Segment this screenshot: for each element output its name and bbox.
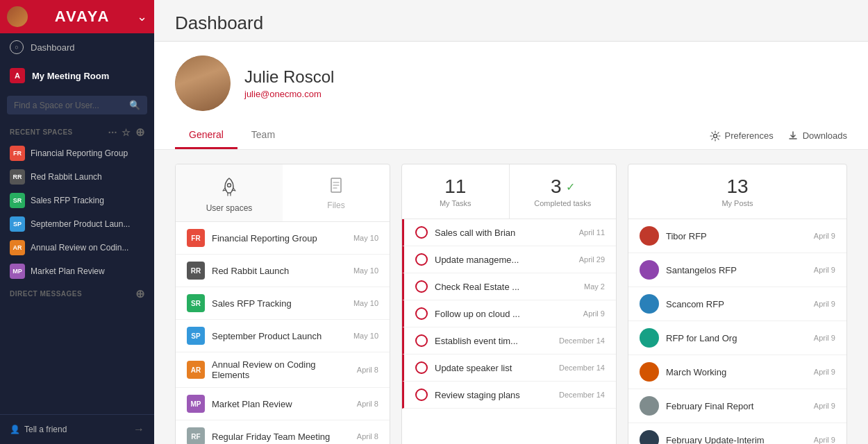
task-name: Sales call with Brian	[435, 228, 572, 238]
space-list-item[interactable]: RR Red Rabbit Launch May 10	[176, 255, 390, 287]
user-icon: 👤	[10, 425, 20, 434]
space-name: Financial Reporting Group	[31, 148, 128, 158]
task-item[interactable]: Update speaker list December 14	[402, 355, 616, 382]
preferences-label: Preferences	[725, 130, 774, 141]
space-list-item[interactable]: SP September Product Launch May 10	[176, 320, 390, 352]
add-icon[interactable]: ⊕	[135, 126, 145, 139]
meeting-room-icon: A	[10, 68, 25, 83]
task-circle	[415, 307, 428, 320]
task-circle	[415, 361, 428, 374]
post-item[interactable]: February Update-Interim April 9	[628, 423, 846, 444]
tab-team[interactable]: Team	[237, 122, 289, 149]
space-avatar: MP	[10, 264, 25, 279]
task-circle	[415, 334, 428, 347]
task-date: May 2	[584, 282, 605, 291]
sidebar-item-dashboard[interactable]: ○ Dashboard	[0, 33, 154, 61]
svg-point-0	[713, 134, 717, 137]
space-list-name: Financial Reporting Group	[212, 233, 347, 244]
space-list-item[interactable]: AR Annual Review on Coding Elements Apri…	[176, 352, 390, 388]
profile-email[interactable]: julie@onecmo.com	[244, 89, 334, 99]
files-tab[interactable]: Files	[283, 164, 390, 221]
avaya-logo: AVAYA	[55, 8, 110, 26]
chevron-down-icon[interactable]: ⌄	[137, 9, 147, 24]
sidebar-space-item[interactable]: RR Red Rabbit Launch	[0, 165, 154, 189]
tasks-completed: 3 ✓	[551, 176, 575, 198]
task-item[interactable]: Sales call with Brian April 11	[402, 219, 616, 246]
posts-panel: 13 My Posts Tibor RFP April 9 Santangelo…	[628, 164, 847, 444]
space-name: Sales RFP Tracking	[31, 196, 104, 205]
gear-icon	[710, 130, 721, 142]
space-list-item[interactable]: RF Regular Friday Team Meeting April 8	[176, 420, 390, 444]
sidebar-item-meeting-room[interactable]: A My Meeting Room	[0, 61, 154, 90]
tasks-panel: 11 My Tasks 3 ✓ Completed tasks Sales ca…	[401, 164, 617, 444]
sidebar-space-item[interactable]: AR Annual Review on Codin...	[0, 236, 154, 259]
space-list-avatar: FR	[187, 229, 205, 247]
task-item[interactable]: Follow up on cloud ... April 9	[402, 300, 616, 327]
space-list-date: April 8	[357, 400, 378, 408]
space-name: Market Plan Review	[31, 266, 105, 276]
sidebar: AVAYA ⌄ ○ Dashboard A My Meeting Room 🔍 …	[0, 0, 154, 444]
search-input[interactable]	[14, 101, 125, 110]
sidebar-space-item[interactable]: MP Market Plan Review	[0, 259, 154, 283]
sidebar-space-item[interactable]: FR Financial Reporting Group	[0, 142, 154, 165]
tasks-completed-label: Completed tasks	[534, 199, 591, 207]
more-icon[interactable]: ···	[108, 127, 117, 138]
space-list-date: April 8	[357, 366, 378, 374]
dm-add-icon[interactable]: ⊕	[135, 287, 145, 300]
downloads-button[interactable]: Downloads	[787, 130, 847, 142]
post-item[interactable]: RFP for Land Org April 9	[628, 321, 846, 355]
task-item[interactable]: Establish event tim... December 14	[402, 327, 616, 355]
space-list-item[interactable]: FR Financial Reporting Group May 10	[176, 222, 390, 255]
spaces-list: FR Financial Reporting Group May 10 RR R…	[176, 222, 390, 444]
tell-friend-label: Tell a friend	[24, 425, 67, 434]
sidebar-space-item[interactable]: SP September Product Laun...	[0, 212, 154, 236]
task-date: April 29	[579, 255, 605, 264]
post-avatar	[640, 328, 659, 348]
post-avatar	[640, 362, 659, 382]
task-date: December 14	[559, 336, 605, 345]
post-item[interactable]: February Final Report April 9	[628, 389, 846, 423]
task-name: Review staging plans	[435, 390, 552, 400]
task-circle	[415, 226, 428, 239]
download-icon	[787, 130, 799, 142]
space-list-avatar: AR	[187, 361, 205, 379]
tell-friend-button[interactable]: 👤 Tell a friend	[10, 425, 67, 434]
sidebar-footer: 👤 Tell a friend →	[0, 414, 154, 444]
space-list-date: May 10	[353, 234, 378, 242]
arrow-right-icon: →	[133, 423, 144, 436]
recent-spaces-header: RECENT SPACES ··· ☆ ⊕	[0, 120, 154, 142]
svg-point-1	[228, 184, 231, 187]
task-item[interactable]: Update manageme... April 29	[402, 246, 616, 273]
preferences-button[interactable]: Preferences	[710, 130, 774, 142]
tabs-right: Preferences Downloads	[710, 130, 847, 142]
task-circle	[415, 253, 428, 266]
space-list-item[interactable]: SR Sales RFP Tracking May 10	[176, 287, 390, 320]
space-list-item[interactable]: MP Market Plan Review April 8	[176, 388, 390, 420]
task-circle	[415, 388, 428, 401]
user-spaces-tab[interactable]: User spaces	[176, 164, 283, 221]
tab-general[interactable]: General	[175, 122, 237, 149]
post-item[interactable]: Tibor RFP April 9	[628, 219, 846, 253]
post-avatar	[640, 294, 659, 314]
profile-name: Julie Roscol	[244, 67, 334, 87]
space-avatar: SR	[10, 193, 25, 208]
task-item[interactable]: Check Real Estate ... May 2	[402, 273, 616, 300]
star-icon[interactable]: ☆	[122, 127, 131, 138]
post-item[interactable]: Scancom RFP April 9	[628, 287, 846, 321]
direct-messages-label: DIRECT MESSAGES	[10, 290, 82, 298]
post-item[interactable]: Santangelos RFP April 9	[628, 253, 846, 287]
post-date: April 9	[814, 334, 835, 342]
profile-top: Julie Roscol julie@onecmo.com	[175, 56, 847, 111]
posts-header: 13 My Posts	[628, 164, 846, 219]
profile-info: Julie Roscol julie@onecmo.com	[244, 67, 334, 99]
post-item[interactable]: March Working April 9	[628, 355, 846, 389]
space-list-name: Regular Friday Team Meeting	[212, 432, 350, 442]
sidebar-header: AVAYA ⌄	[0, 0, 154, 33]
profile-avatar-image	[175, 56, 231, 111]
task-name: Establish event tim...	[435, 336, 552, 346]
space-avatar: AR	[10, 240, 25, 255]
posts-list: Tibor RFP April 9 Santangelos RFP April …	[628, 219, 846, 444]
task-item[interactable]: Review staging plans December 14	[402, 382, 616, 409]
sidebar-space-item[interactable]: SR Sales RFP Tracking	[0, 189, 154, 212]
post-date: April 9	[814, 232, 835, 240]
